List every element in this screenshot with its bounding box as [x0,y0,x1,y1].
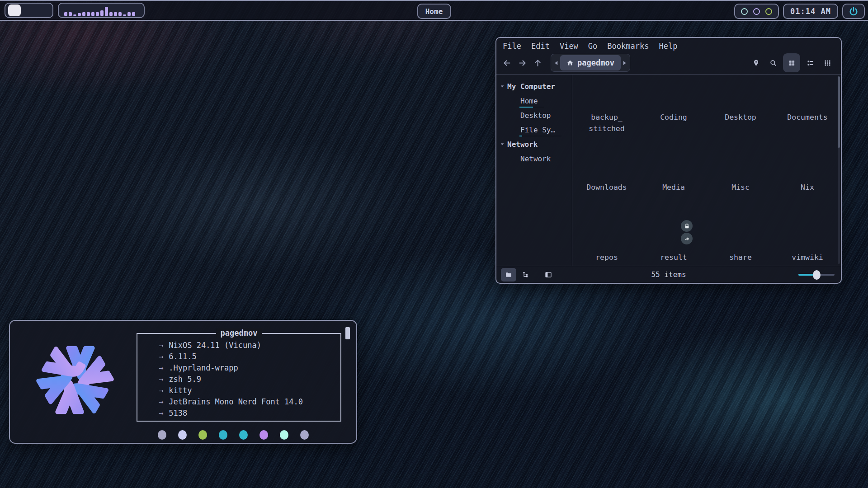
folder-label: Documents [787,112,827,123]
tree-icon [522,271,529,278]
folder-label: result [660,252,687,263]
path-scroll-left-button[interactable] [552,55,560,70]
sidebar-item-icon [510,155,517,162]
scrollbar[interactable] [838,76,840,264]
folder-item[interactable]: Coding [640,78,707,148]
visualizer-bar [69,12,72,16]
arrow-glyph: → [159,408,163,418]
folder-icon [592,84,621,108]
folder-label: Downloads [586,182,627,193]
status-circle-icon[interactable] [753,8,760,15]
folder-label: backup_ stitched [589,112,624,134]
fetch-line-value: 5138 [169,408,187,418]
menu-item[interactable]: Bookmarks [607,42,649,51]
power-button[interactable] [842,4,865,19]
folder-label: Misc [731,182,750,193]
folder-item[interactable]: Misc [707,148,774,218]
up-button[interactable] [530,55,545,71]
menu-item[interactable]: Help [659,42,677,51]
folder-label: Coding [660,112,687,123]
arrow-up-icon [533,59,542,67]
fetch-line: → 5138 [144,407,340,418]
sidebar-item-label: Desktop [520,111,551,120]
file-view: backup_ stitched Coding [572,75,841,266]
grid-view-icon [788,59,796,67]
menu-item[interactable]: Go [588,42,597,51]
fetch-info-box: pagedmov → NixOS 24.11 (Vicuna) → 6.11.5… [137,333,341,422]
arrow-glyph: → [159,352,163,361]
back-button[interactable] [499,55,514,71]
sidebar-item[interactable]: Desktop [496,108,572,122]
sidebar-item[interactable]: Network [496,151,572,166]
arrow-glyph: → [159,341,163,350]
triangle-down-icon [500,84,505,89]
visualizer-bar [82,12,85,16]
menu-item[interactable]: Edit [531,42,550,51]
folder-item[interactable]: Documents [774,78,841,148]
workspace-button[interactable] [8,5,21,16]
visualizer-bar [109,12,113,16]
status-circle-icon[interactable] [741,8,748,15]
arrow-right-icon [518,59,527,67]
workspace-glyph-icon [11,7,19,14]
sidebar-item-label: File Sy… [520,126,555,134]
folder-label: repos [595,252,618,263]
sidebar-item[interactable]: My Computer [496,79,572,94]
list-view-icon [807,59,814,67]
compact-view-button[interactable] [803,55,817,71]
search-button[interactable] [766,55,780,71]
arrow-glyph: → [159,375,163,384]
status-bar: 55 items [496,266,841,283]
visualizer-bar [132,12,135,16]
workspace-glyph-icon [25,7,33,14]
folder-icon [659,84,688,108]
palette-dot [300,430,309,440]
forward-button[interactable] [514,55,530,71]
fetch-line: → NixOS 24.11 (Vicuna) [144,339,340,351]
folder-icon [793,155,822,178]
status-circle-icon[interactable] [765,8,772,15]
visualizer-bar [118,12,122,16]
toggle-sidepane-button[interactable] [541,268,556,282]
show-folders-button[interactable] [501,268,516,282]
folder-icon [793,84,822,108]
workspace-button[interactable] [23,5,35,16]
folder-item[interactable]: Media [640,148,707,218]
palette-dot [178,430,187,440]
arrow-left-icon [503,59,511,67]
visualizer-bar [96,12,99,16]
fetch-line-icon [144,375,152,383]
tree-view-button[interactable] [518,268,533,282]
workspace-button[interactable] [37,5,50,16]
search-icon [769,59,777,67]
folder-label: Media [662,182,685,193]
path-scroll-right-button[interactable] [621,55,629,70]
folder-item[interactable]: backup_ stitched [573,78,640,148]
sidebar-item[interactable]: File Sy… [496,122,572,137]
sidebar-item-label: My Computer [507,82,555,91]
path-segment-home[interactable]: pagedmov [560,55,621,70]
window-title-label: Home [425,7,443,16]
palette-dot [198,430,207,440]
active-window-title: Home [417,4,451,19]
sidebar-item-label: Network [520,155,551,163]
folder-item[interactable]: Nix [774,148,841,218]
folder-item[interactable]: Downloads [573,148,640,218]
sidebar-item[interactable]: Home [496,94,572,108]
folder-item[interactable]: Desktop [707,78,774,148]
palette-dot [259,430,268,440]
terminal-window: λ λ λ λ λ λ pagedmov → NixOS 24.11 (Vicu… [9,320,357,444]
places-button[interactable] [749,55,763,71]
fetch-line-icon [144,363,152,372]
visualizer-bar [87,12,90,16]
slider-thumb[interactable] [813,270,821,280]
zoom-slider[interactable] [798,270,835,279]
sidebar-item[interactable]: Network [496,137,572,151]
menu-item[interactable]: View [560,42,578,51]
audio-visualizer [58,3,145,18]
icon-view-button[interactable] [783,53,800,72]
fetch-line: → zsh 5.9 [144,373,340,385]
folder-icon [592,225,621,248]
menu-item[interactable]: File [503,42,521,51]
thumbnail-view-button[interactable] [820,55,835,71]
